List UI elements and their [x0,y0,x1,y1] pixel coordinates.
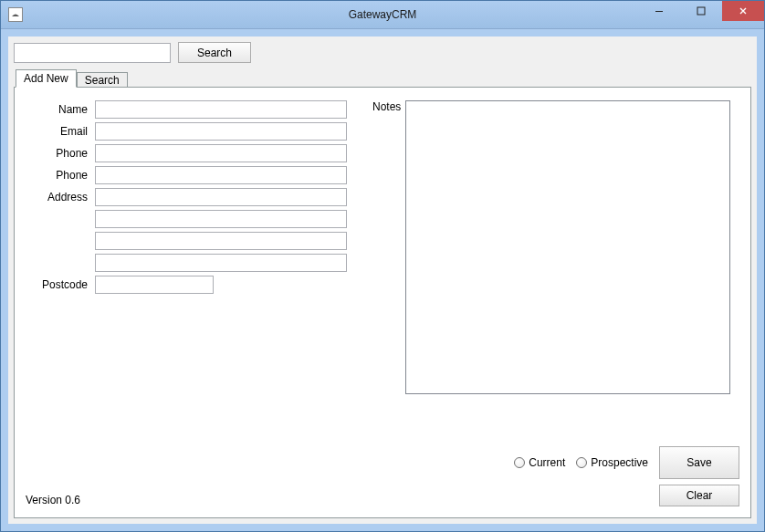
svg-rect-0 [655,11,663,12]
label-name: Name [26,103,95,116]
tab-page-add-new: Name Email Phone Phone [14,87,751,518]
radio-prospective-label: Prospective [591,456,648,469]
top-search-input[interactable] [14,43,171,63]
tab-add-new[interactable]: Add New [16,69,77,88]
input-address4[interactable] [95,254,347,272]
input-phone1[interactable] [95,144,347,162]
client-area: Search Add New Search Name Email [1,29,764,531]
input-phone2[interactable] [95,166,347,184]
radio-prospective[interactable]: Prospective [576,456,648,469]
radio-current-icon [514,457,525,468]
label-email: Email [26,125,95,138]
top-search-button[interactable]: Search [178,42,251,63]
save-button[interactable]: Save [659,446,739,479]
close-button[interactable] [722,1,764,21]
input-address3[interactable] [95,232,347,250]
tab-search[interactable]: Search [77,72,128,88]
radio-current[interactable]: Current [514,456,565,469]
action-area: Current Prospective Save Clear [374,446,739,506]
input-email[interactable] [95,122,347,141]
top-search-row: Search [14,42,751,63]
save-row: Current Prospective Save [514,446,739,479]
radio-prospective-icon [576,457,587,468]
label-notes: Notes [372,100,401,113]
tab-strip: Add New Search [14,68,751,87]
contact-form: Name Email Phone Phone [26,100,354,297]
input-notes[interactable] [405,100,730,394]
label-postcode: Postcode [26,278,95,291]
input-postcode[interactable] [95,276,214,294]
version-label: Version 0.6 [26,494,80,506]
input-address2[interactable] [95,210,347,228]
label-phone2: Phone [26,169,95,182]
minimize-button[interactable] [638,1,680,21]
window-controls [638,1,764,28]
maximize-button[interactable] [680,1,722,21]
input-address1[interactable] [95,188,347,206]
radio-current-label: Current [529,456,565,469]
label-phone1: Phone [26,147,95,160]
input-name[interactable] [95,100,347,119]
clear-button[interactable]: Clear [659,485,739,506]
app-icon [8,7,23,22]
app-window: GatewayCRM Search Add New Search [0,0,765,532]
tab-control: Add New Search Name Email Phone [14,68,751,518]
titlebar: GatewayCRM [1,1,764,29]
label-address: Address [26,191,95,203]
svg-rect-1 [697,7,705,15]
